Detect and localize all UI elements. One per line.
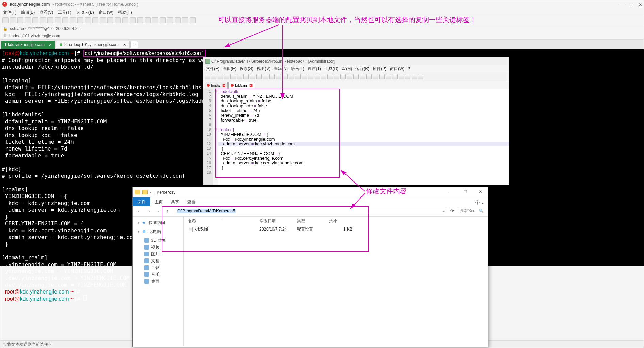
- add-tab-button[interactable]: +: [130, 41, 138, 48]
- toolbar-button[interactable]: [386, 74, 391, 79]
- toolbar-button[interactable]: [340, 74, 346, 79]
- toolbar-button[interactable]: [373, 74, 378, 79]
- menu-item[interactable]: 宏(M): [340, 65, 353, 72]
- toolbar-button[interactable]: [190, 17, 196, 23]
- sidebar-item[interactable]: 3D 对象: [138, 237, 183, 244]
- close-icon[interactable]: ✕: [123, 41, 126, 49]
- history-dropdown[interactable]: ⌄: [155, 209, 162, 213]
- column-headers[interactable]: 名称 修改日期 类型 大小: [184, 217, 488, 225]
- menu-item[interactable]: 查看(V): [39, 9, 53, 16]
- ribbon-file-tab[interactable]: 文件: [133, 197, 150, 206]
- toolbar-button[interactable]: [92, 17, 98, 23]
- col-type[interactable]: 类型: [293, 217, 325, 225]
- toolbar-button[interactable]: [107, 17, 113, 23]
- ribbon-tab[interactable]: 主页: [150, 198, 167, 206]
- toolbar-button[interactable]: [25, 17, 31, 23]
- menu-item[interactable]: 视图(V): [255, 65, 272, 72]
- toolbar-button[interactable]: [175, 17, 181, 23]
- menu-item[interactable]: 运行(R): [354, 65, 371, 72]
- minimize-button[interactable]: —: [621, 1, 625, 9]
- toolbar-button[interactable]: [40, 17, 46, 23]
- toolbar-button[interactable]: [47, 17, 53, 23]
- col-name[interactable]: 名称: [184, 217, 255, 225]
- code-area[interactable]: [libdefaults] default_realm = YINZHENGJI…: [218, 89, 509, 185]
- toolbar-button[interactable]: [230, 74, 236, 79]
- address-dropdown[interactable]: ⌄: [442, 209, 445, 213]
- menu-item[interactable]: 工具(T): [58, 9, 71, 16]
- toolbar-button[interactable]: [205, 74, 210, 79]
- menu-item[interactable]: 窗口(W): [99, 9, 113, 16]
- toolbar-button[interactable]: [10, 17, 16, 23]
- toolbar-button[interactable]: [392, 74, 398, 79]
- toolbar-button[interactable]: [412, 74, 417, 79]
- refresh-button[interactable]: ⟳: [448, 208, 456, 213]
- toolbar-button[interactable]: [399, 74, 404, 79]
- toolbar-button[interactable]: [152, 17, 158, 23]
- toolbar-button[interactable]: [32, 17, 38, 23]
- toolbar-button[interactable]: [418, 74, 423, 79]
- toolbar-button[interactable]: [379, 74, 385, 79]
- col-date[interactable]: 修改日期: [255, 217, 293, 225]
- minimize-button[interactable]: —: [442, 187, 457, 197]
- menu-item[interactable]: 编辑(E): [21, 9, 35, 16]
- maximize-button[interactable]: ❐: [630, 1, 634, 9]
- toolbar-button[interactable]: [276, 74, 281, 79]
- back-button[interactable]: ←: [135, 208, 143, 214]
- sidebar-item[interactable]: 文档: [138, 257, 183, 264]
- toolbar-button[interactable]: [137, 17, 143, 23]
- menu-item[interactable]: 语言(L): [290, 65, 306, 72]
- menu-item[interactable]: 文件(F): [3, 9, 16, 16]
- toolbar-button[interactable]: [353, 74, 359, 79]
- maximize-button[interactable]: ☐: [457, 187, 473, 197]
- toolbar-button[interactable]: [62, 17, 68, 23]
- toolbar-button[interactable]: [269, 74, 275, 79]
- toolbar-button[interactable]: [289, 74, 294, 79]
- toolbar-button[interactable]: [347, 74, 352, 79]
- menu-item[interactable]: 编辑(E): [221, 65, 238, 72]
- toolbar-button[interactable]: [115, 17, 121, 23]
- ribbon-tab[interactable]: 共享: [167, 198, 183, 206]
- up-button[interactable]: ↑: [164, 208, 172, 214]
- menu-item[interactable]: 窗口(W): [388, 65, 406, 72]
- file-row[interactable]: krb5.ini2020/10/7 7:24配置设置1 KB: [184, 225, 488, 233]
- file-tab[interactable]: hosts⊠: [205, 82, 228, 89]
- toolbar-button[interactable]: [224, 74, 229, 79]
- npp-editor[interactable]: 123456789101112131415161718 ⊟⊟ [libdefau…: [203, 89, 509, 185]
- toolbar-button[interactable]: [315, 74, 320, 79]
- sidebar-item[interactable]: ▸🖥此电脑: [138, 228, 183, 235]
- toolbar-button[interactable]: [17, 17, 23, 23]
- sidebar-item[interactable]: 音乐: [138, 271, 183, 278]
- toolbar-button[interactable]: [405, 74, 410, 79]
- toolbar-button[interactable]: [122, 17, 128, 23]
- toolbar-button[interactable]: [211, 74, 216, 79]
- ribbon-tab[interactable]: 查看: [183, 198, 199, 206]
- toolbar-button[interactable]: [360, 74, 365, 79]
- toolbar-button[interactable]: [327, 74, 333, 79]
- toolbar-button[interactable]: [282, 74, 288, 79]
- menu-item[interactable]: 插件(P): [371, 65, 388, 72]
- xshell-address-bar[interactable]: 🔒 ssh://root:**********@172.200.6.254:22: [0, 25, 644, 32]
- toolbar-button[interactable]: [256, 74, 262, 79]
- menu-item[interactable]: 工具(O): [323, 65, 340, 72]
- toolbar-button[interactable]: [334, 74, 339, 79]
- session-tab[interactable]: 2 hadoop101.yinzhengjie.com✕: [56, 41, 129, 49]
- toolbar-button[interactable]: [145, 17, 151, 23]
- address-bar[interactable]: C:\ProgramData\MIT\Kerberos5 ⌄: [174, 207, 446, 215]
- menu-item[interactable]: 编码(N): [272, 65, 289, 72]
- toolbar-button[interactable]: [55, 17, 61, 23]
- file-tab[interactable]: krb5.ini⊠: [228, 82, 255, 89]
- menu-item[interactable]: 设置(T): [306, 65, 322, 72]
- menu-item[interactable]: 选项卡(B): [76, 9, 94, 16]
- menu-item[interactable]: 帮助(H): [118, 9, 132, 16]
- toolbar-button[interactable]: [77, 17, 83, 23]
- sidebar-item[interactable]: 图片: [138, 251, 183, 257]
- toolbar-button[interactable]: [321, 74, 326, 79]
- close-button[interactable]: ✕: [473, 187, 488, 197]
- sidebar-item[interactable]: 桌面: [138, 278, 183, 285]
- search-box[interactable]: 搜索"Ker... 🔍: [458, 207, 485, 215]
- forward-button[interactable]: →: [145, 208, 152, 214]
- toolbar-button[interactable]: [130, 17, 136, 23]
- toolbar-button[interactable]: [2, 17, 9, 23]
- col-size[interactable]: 大小: [325, 217, 352, 225]
- menu-item[interactable]: 文件(F): [205, 65, 221, 72]
